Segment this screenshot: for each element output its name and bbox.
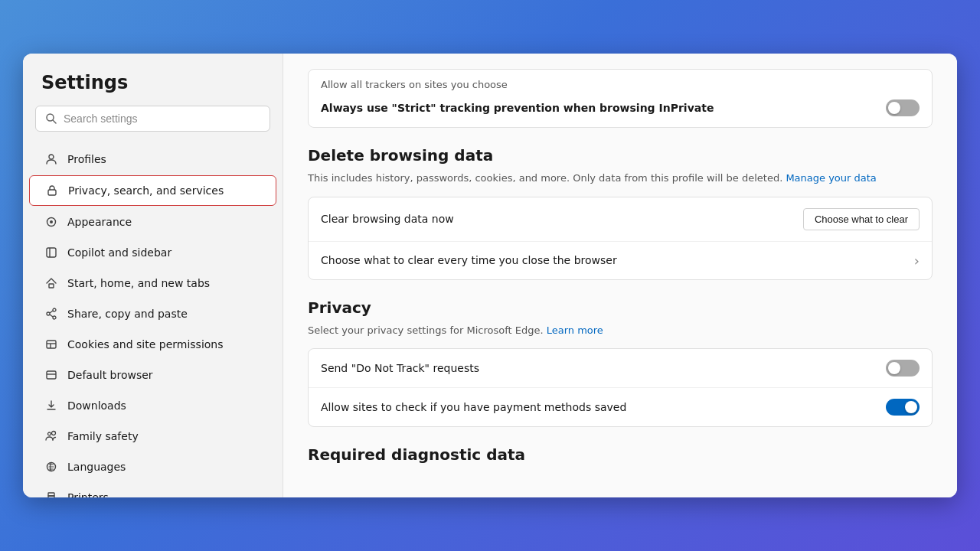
svg-line-12 <box>50 311 53 313</box>
svg-point-9 <box>53 308 56 311</box>
sidebar-item-default-browser[interactable]: Default browser <box>29 360 276 390</box>
svg-rect-14 <box>47 341 56 348</box>
svg-rect-8 <box>49 284 54 288</box>
family-icon <box>44 429 58 443</box>
sidebar-item-start-home[interactable]: Start, home, and new tabs <box>29 269 276 298</box>
sidebar-item-printers[interactable]: Printers <box>29 483 276 497</box>
sidebar: Settings Profiles Privacy, search, and s… <box>23 54 283 497</box>
sidebar-item-label-privacy: Privacy, search, and services <box>68 184 224 197</box>
svg-point-5 <box>50 220 53 223</box>
payment-methods-row: Allow sites to check if you have payment… <box>309 388 932 426</box>
clear-browsing-data-row: Clear browsing data now Choose what to c… <box>309 197 932 242</box>
svg-line-1 <box>53 120 56 123</box>
sidebar-title: Settings <box>23 72 283 106</box>
appearance-icon <box>44 215 58 229</box>
svg-rect-3 <box>48 190 56 195</box>
cookie-icon <box>44 337 58 351</box>
sidebar-icon <box>44 246 58 259</box>
delete-browsing-data-card: Clear browsing data now Choose what to c… <box>308 197 933 280</box>
sidebar-item-label-copilot: Copilot and sidebar <box>67 246 172 259</box>
payment-methods-toggle[interactable] <box>886 399 920 416</box>
privacy-section: Privacy Select your privacy settings for… <box>308 298 933 428</box>
download-icon <box>44 399 58 412</box>
svg-point-2 <box>49 155 54 159</box>
sidebar-item-label-start-home: Start, home, and new tabs <box>67 277 210 289</box>
tracker-row: Allow all trackers on sites you choose A… <box>308 69 933 128</box>
lock-icon <box>45 184 59 197</box>
main-content: Allow all trackers on sites you choose A… <box>283 54 957 497</box>
required-diagnostic-section: Required diagnostic data <box>308 445 933 464</box>
sidebar-item-profiles[interactable]: Profiles <box>29 145 276 174</box>
search-box[interactable] <box>35 106 270 132</box>
privacy-card: Send "Do Not Track" requests Allow sites… <box>308 348 933 427</box>
clear-browsing-data-label: Clear browsing data now <box>321 213 454 225</box>
sidebar-item-label-languages: Languages <box>67 461 126 473</box>
sidebar-item-label-downloads: Downloads <box>67 399 126 412</box>
search-input[interactable] <box>64 112 260 125</box>
tracking-toggle[interactable] <box>886 99 920 116</box>
sidebar-item-copilot[interactable]: Copilot and sidebar <box>29 238 276 267</box>
svg-line-13 <box>50 315 53 317</box>
svg-rect-24 <box>48 493 54 496</box>
delete-browsing-data-desc: This includes history, passwords, cookie… <box>308 171 933 186</box>
share-icon <box>44 307 58 321</box>
printer-icon <box>44 491 58 497</box>
learn-more-link[interactable]: Learn more <box>547 324 603 336</box>
tracking-toggle-row: Always use "Strict" tracking prevention … <box>309 93 932 127</box>
delete-browsing-data-title: Delete browsing data <box>308 146 933 165</box>
privacy-title: Privacy <box>308 298 933 317</box>
sidebar-item-appearance[interactable]: Appearance <box>29 207 276 236</box>
do-not-track-label: Send "Do Not Track" requests <box>321 362 479 374</box>
sidebar-item-label-appearance: Appearance <box>67 216 132 228</box>
settings-window: Settings Profiles Privacy, search, and s… <box>23 54 957 497</box>
sidebar-item-family-safety[interactable]: Family safety <box>29 422 276 451</box>
sidebar-item-downloads[interactable]: Downloads <box>29 391 276 420</box>
svg-point-21 <box>52 432 56 435</box>
language-icon <box>44 460 58 474</box>
svg-point-10 <box>53 316 56 319</box>
sidebar-item-languages[interactable]: Languages <box>29 452 276 481</box>
chevron-right-icon: › <box>914 253 920 269</box>
browser-icon <box>44 368 58 382</box>
toggle-knob-dnt <box>888 362 900 374</box>
toggle-knob-payment <box>905 401 917 413</box>
sidebar-item-label-default-browser: Default browser <box>67 369 153 381</box>
clear-on-close-label: Choose what to clear every time you clos… <box>321 254 617 266</box>
svg-point-11 <box>47 312 50 315</box>
tracker-label: Allow all trackers on sites you choose <box>309 70 932 93</box>
delete-browsing-data-section: Delete browsing data This includes histo… <box>308 146 933 280</box>
svg-rect-6 <box>47 248 56 257</box>
manage-your-data-link[interactable]: Manage your data <box>786 172 876 184</box>
tracking-toggle-label: Always use "Strict" tracking prevention … <box>321 102 714 114</box>
sidebar-item-label-cookies: Cookies and site permissions <box>67 338 224 350</box>
clear-on-close-row[interactable]: Choose what to clear every time you clos… <box>309 242 932 279</box>
payment-methods-label: Allow sites to check if you have payment… <box>321 401 626 413</box>
sidebar-item-share[interactable]: Share, copy and paste <box>29 299 276 328</box>
sidebar-item-privacy[interactable]: Privacy, search, and services <box>29 175 276 206</box>
search-icon <box>45 112 57 125</box>
sidebar-item-label-profiles: Profiles <box>67 153 106 165</box>
person-icon <box>44 152 58 166</box>
do-not-track-toggle[interactable] <box>886 360 920 377</box>
sidebar-item-label-printers: Printers <box>67 491 109 497</box>
svg-rect-17 <box>47 371 56 379</box>
sidebar-item-cookies[interactable]: Cookies and site permissions <box>29 330 276 359</box>
required-diagnostic-title: Required diagnostic data <box>308 445 933 464</box>
sidebar-item-label-family-safety: Family safety <box>67 430 139 442</box>
do-not-track-row: Send "Do Not Track" requests <box>309 349 932 388</box>
sidebar-item-label-share: Share, copy and paste <box>67 308 188 320</box>
svg-point-20 <box>48 432 51 435</box>
toggle-knob <box>888 102 900 114</box>
privacy-desc: Select your privacy settings for Microso… <box>308 323 933 338</box>
choose-what-to-clear-button[interactable]: Choose what to clear <box>803 208 920 230</box>
home-icon <box>44 276 58 290</box>
